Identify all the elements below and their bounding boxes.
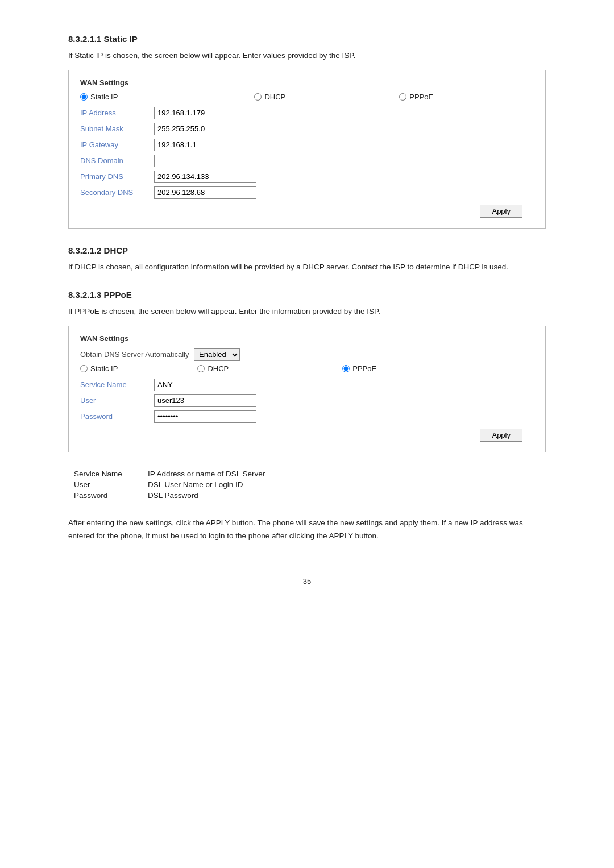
ip-gateway-input[interactable]	[154, 139, 256, 151]
ip-gateway-label: IP Gateway	[80, 140, 154, 149]
legend-table: Service Name IP Address or name of DSL S…	[74, 470, 546, 500]
dns-domain-input[interactable]	[154, 155, 256, 167]
page-number: 35	[68, 577, 546, 585]
ip-address-label: IP Address	[80, 109, 154, 117]
dhcp-label-2: DHCP	[208, 364, 229, 373]
dhcp-label-1: DHCP	[264, 93, 285, 101]
dhcp-radio-label-2[interactable]: DHCP	[197, 364, 229, 373]
static-ip-radio-label-2[interactable]: Static IP	[80, 364, 118, 373]
legend-row-1: Service Name IP Address or name of DSL S…	[74, 470, 546, 478]
password-row: Password	[80, 410, 534, 423]
obtain-dns-row: Obtain DNS Server Automatically Enabled …	[80, 348, 534, 361]
static-ip-label-1: Static IP	[90, 93, 118, 101]
section1-description: If Static IP is chosen, the screen below…	[68, 49, 546, 62]
wan-settings-box-2: WAN Settings Obtain DNS Server Automatic…	[68, 326, 546, 452]
password-input[interactable]	[154, 410, 256, 423]
static-ip-radio-2[interactable]	[80, 365, 88, 372]
section2-title: 8.3.2.1.2 DHCP	[68, 246, 546, 255]
section3-title: 8.3.2.1.3 PPPoE	[68, 290, 546, 300]
section2-description: If DHCP is chosen, all configuration inf…	[68, 261, 546, 273]
pppoe-label-2: PPPoE	[352, 364, 376, 373]
pppoe-radio-2[interactable]	[342, 365, 350, 372]
pppoe-radio-label-1[interactable]: PPPoE	[399, 93, 433, 101]
dns-domain-label: DNS Domain	[80, 156, 154, 165]
primary-dns-input[interactable]	[154, 171, 256, 183]
password-label: Password	[80, 412, 154, 421]
primary-dns-label: Primary DNS	[80, 172, 154, 181]
service-name-label: Service Name	[80, 380, 154, 389]
legend-key-1: Service Name	[74, 470, 136, 478]
apply-row-2: Apply	[80, 429, 534, 442]
apply-button-2[interactable]: Apply	[480, 429, 522, 442]
legend-key-2: User	[74, 480, 136, 489]
radio-row-2: Static IP DHCP PPPoE	[80, 364, 534, 373]
service-name-row: Service Name	[80, 379, 534, 391]
dhcp-radio-label-1[interactable]: DHCP	[254, 93, 285, 101]
radio-row-1: Static IP DHCP PPPoE	[80, 93, 534, 101]
apply-button-1[interactable]: Apply	[480, 205, 522, 218]
static-ip-radio-1[interactable]	[80, 93, 88, 101]
after-text: After entering the new settings, click t…	[68, 517, 546, 543]
primary-dns-row: Primary DNS	[80, 171, 534, 183]
obtain-dns-label: Obtain DNS Server Automatically	[80, 350, 194, 359]
secondary-dns-input[interactable]	[154, 186, 256, 199]
user-input[interactable]	[154, 394, 256, 407]
section1-title: 8.3.2.1.1 Static IP	[68, 34, 546, 44]
service-name-input[interactable]	[154, 379, 256, 391]
ip-gateway-row: IP Gateway	[80, 139, 534, 151]
ip-address-row: IP Address	[80, 107, 534, 119]
section3-description: If PPPoE is chosen, the screen below wil…	[68, 305, 546, 318]
pppoe-radio-1[interactable]	[399, 93, 406, 101]
legend-row-3: Password DSL Password	[74, 491, 546, 500]
wan-box-1-title: WAN Settings	[80, 78, 534, 87]
wan-box-2-title: WAN Settings	[80, 334, 534, 343]
pppoe-label-1: PPPoE	[409, 93, 433, 101]
apply-row-1: Apply	[80, 205, 534, 218]
secondary-dns-row: Secondary DNS	[80, 186, 534, 199]
ip-address-input[interactable]	[154, 107, 256, 119]
dns-domain-row: DNS Domain	[80, 155, 534, 167]
user-row: User	[80, 394, 534, 407]
obtain-dns-select[interactable]: Enabled Disabled	[194, 348, 240, 361]
subnet-mask-label: Subnet Mask	[80, 124, 154, 133]
user-label: User	[80, 396, 154, 405]
dhcp-radio-2[interactable]	[197, 365, 205, 372]
pppoe-radio-label-2[interactable]: PPPoE	[342, 364, 376, 373]
static-ip-radio-label-1[interactable]: Static IP	[80, 93, 118, 101]
wan-settings-box-1: WAN Settings Static IP DHCP PPPoE IP Add…	[68, 70, 546, 229]
subnet-mask-input[interactable]	[154, 123, 256, 135]
legend-value-2: DSL User Name or Login ID	[148, 480, 243, 489]
legend-value-1: IP Address or name of DSL Server	[148, 470, 265, 478]
static-ip-label-2: Static IP	[90, 364, 118, 373]
subnet-mask-row: Subnet Mask	[80, 123, 534, 135]
secondary-dns-label: Secondary DNS	[80, 188, 154, 197]
legend-value-3: DSL Password	[148, 491, 198, 500]
dhcp-radio-1[interactable]	[254, 93, 262, 101]
legend-key-3: Password	[74, 491, 136, 500]
legend-row-2: User DSL User Name or Login ID	[74, 480, 546, 489]
